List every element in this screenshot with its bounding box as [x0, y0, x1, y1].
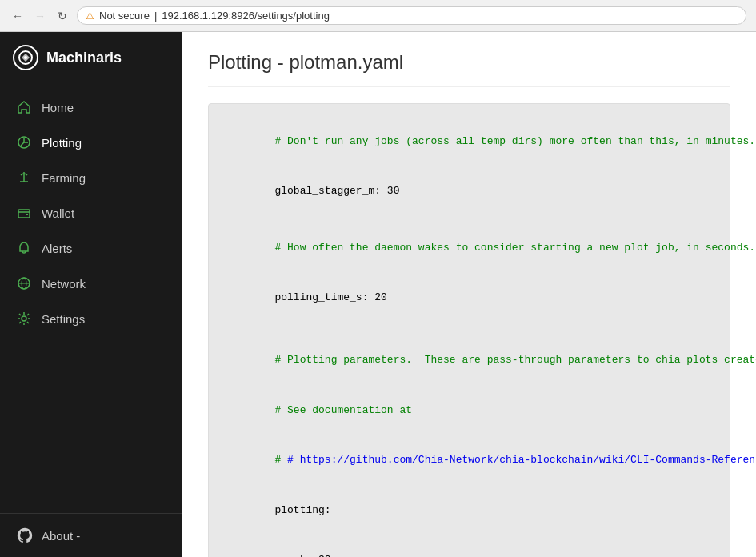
logo-icon [13, 45, 38, 70]
alerts-icon [16, 240, 32, 256]
url-warning-text: Not secure [99, 10, 150, 22]
code-line-9: k: 32 [225, 535, 714, 557]
code-line-4: polling_time_s: 20 [225, 273, 714, 323]
sidebar-item-farming-label: Farming [42, 171, 86, 185]
settings-icon [16, 311, 32, 327]
network-icon [16, 275, 32, 291]
app-container: Machinaris Home [0, 32, 756, 557]
code-line-2: global_stagger_m: 30 [225, 166, 714, 216]
browser-toolbar: ← → ↻ ⚠ Not secure | 192.168.1.129:8926/… [0, 0, 756, 32]
svg-rect-3 [18, 210, 30, 218]
sidebar-item-farming[interactable]: Farming [0, 160, 182, 195]
logo-text: Machinaris [46, 50, 122, 66]
sidebar: Machinaris Home [0, 32, 182, 557]
sidebar-logo[interactable]: Machinaris [0, 32, 182, 83]
sidebar-footer: About - [0, 513, 182, 557]
back-button[interactable]: ← [10, 8, 26, 24]
forward-button[interactable]: → [32, 8, 48, 24]
sidebar-item-alerts[interactable]: Alerts [0, 230, 182, 266]
code-line-8: plotting: [225, 486, 714, 535]
address-bar[interactable]: ⚠ Not secure | 192.168.1.129:8926/settin… [77, 6, 746, 25]
security-warning: ⚠ [86, 10, 94, 22]
svg-rect-4 [26, 214, 28, 215]
code-line-5: # Plotting parameters. These are pass-th… [225, 336, 714, 386]
sidebar-item-plotting-label: Plotting [42, 136, 82, 150]
code-blank-3 [225, 330, 714, 336]
sidebar-item-network-label: Network [42, 277, 86, 291]
github-icon [16, 527, 34, 544]
url-separator: | [154, 10, 157, 22]
home-icon [16, 99, 32, 115]
code-editor[interactable]: # Don't run any jobs (across all temp di… [208, 103, 730, 557]
farming-icon [16, 170, 32, 186]
svg-point-1 [24, 56, 27, 59]
about-button[interactable]: About - [16, 527, 166, 544]
page-title: Plotting - plotman.yaml [208, 51, 730, 87]
sidebar-item-wallet-label: Wallet [42, 206, 74, 220]
nav-items: Home Plotting [0, 83, 182, 513]
sidebar-item-wallet[interactable]: Wallet [0, 195, 182, 230]
reload-button[interactable]: ↻ [54, 8, 70, 24]
chart-icon [16, 134, 32, 150]
code-line-6: # See documentation at [225, 386, 714, 435]
sidebar-item-settings[interactable]: Settings [0, 301, 182, 336]
wallet-icon [16, 205, 32, 221]
sidebar-item-settings-label: Settings [42, 312, 85, 326]
code-line-7: # # https://github.com/Chia-Network/chia… [225, 435, 714, 485]
code-line-3: # How often the daemon wakes to consider… [225, 223, 714, 273]
code-line-1: # Don't run any jobs (across all temp di… [225, 117, 714, 166]
code-blank-1 [225, 217, 714, 223]
about-label: About - [42, 529, 80, 543]
url-text: 192.168.1.129:8926/settings/plotting [162, 10, 330, 22]
sidebar-item-plotting[interactable]: Plotting [0, 125, 182, 160]
svg-point-7 [22, 316, 26, 321]
sidebar-item-home[interactable]: Home [0, 90, 182, 125]
code-blank-2 [225, 323, 714, 330]
main-content: Plotting - plotman.yaml # Don't run any … [182, 32, 756, 557]
sidebar-item-network[interactable]: Network [0, 266, 182, 301]
sidebar-item-alerts-label: Alerts [42, 242, 72, 255]
sidebar-item-home-label: Home [42, 101, 74, 114]
